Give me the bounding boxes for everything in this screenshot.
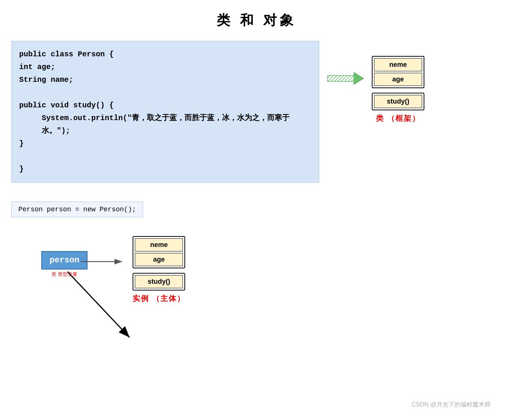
page-title: 类 和 对象 bbox=[0, 0, 513, 37]
class-diagram-label: 类 （框架） bbox=[376, 113, 420, 123]
class-method-box: study() bbox=[372, 93, 424, 110]
code-line-9: } bbox=[19, 163, 311, 176]
svg-marker-2 bbox=[354, 72, 364, 84]
code-line-8 bbox=[19, 150, 311, 163]
bottom-section: person 类 类型变量 neme age study() 实例 （主体） bbox=[0, 229, 513, 304]
code-line-3: String name; bbox=[19, 74, 311, 86]
code-line-5: public void study() { bbox=[19, 99, 311, 112]
instance-method-study: study() bbox=[135, 275, 183, 288]
person-var-container: person 类 类型变量 bbox=[41, 251, 88, 278]
svg-line-6 bbox=[68, 272, 130, 337]
code-line-6: System.out.println("青，取之于蓝，而胜于蓝，冰，水为之，而寒… bbox=[19, 112, 311, 137]
class-field-age: age bbox=[374, 73, 422, 86]
middle-section: Person person = new Person(); bbox=[11, 202, 502, 217]
var-type-label: 类 类型变量 bbox=[51, 271, 77, 278]
bottom-arrows-svg bbox=[0, 229, 263, 371]
instance-diagram: neme age study() 实例 （主体） bbox=[133, 236, 185, 304]
class-field-neme: neme bbox=[374, 58, 422, 71]
code-line-2: int age; bbox=[19, 61, 311, 74]
instance-field-age: age bbox=[135, 253, 183, 266]
instance-field-neme: neme bbox=[135, 238, 183, 251]
svg-rect-1 bbox=[327, 75, 355, 81]
code-block: public class Person { int age; String na… bbox=[11, 41, 319, 183]
green-arrow-icon bbox=[327, 71, 364, 86]
code-line-1: public class Person { bbox=[19, 48, 311, 61]
person-var-box: person bbox=[41, 251, 88, 269]
class-fields-box: neme age bbox=[372, 56, 424, 88]
watermark: CSDN @月光下的编程魔术师 bbox=[412, 401, 490, 409]
class-diagram: neme age study() 类 （框架） bbox=[372, 56, 424, 123]
instance-method-box: study() bbox=[133, 273, 185, 291]
code-line-4 bbox=[19, 86, 311, 99]
instance-diagram-label: 实例 （主体） bbox=[133, 294, 185, 304]
instantiation-code: Person person = new Person(); bbox=[11, 202, 143, 217]
code-line-7: } bbox=[19, 137, 311, 150]
class-arrow-container bbox=[327, 71, 364, 86]
top-section: public class Person { int age; String na… bbox=[0, 41, 513, 183]
class-method-study: study() bbox=[374, 95, 422, 108]
instance-fields-box: neme age bbox=[133, 236, 185, 268]
